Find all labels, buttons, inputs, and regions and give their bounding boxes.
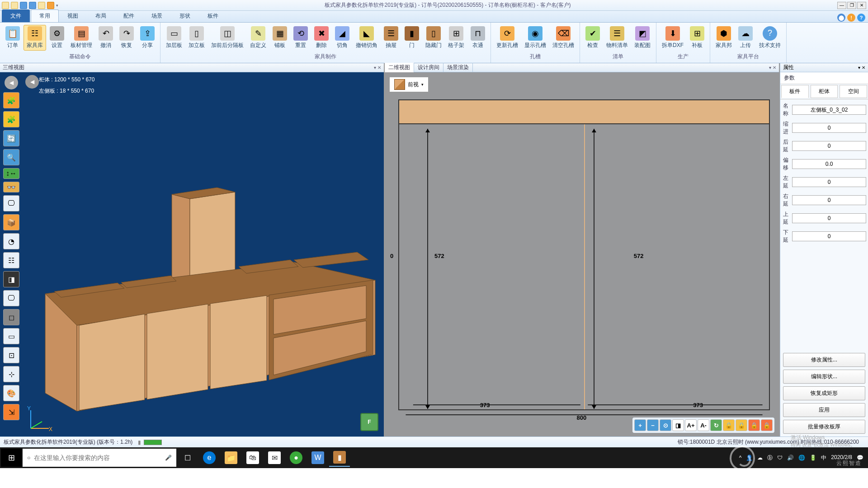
- nav-left-icon[interactable]: ◀: [5, 76, 18, 89]
- props-tab-space[interactable]: 空间: [840, 85, 867, 98]
- btn-delete[interactable]: ✖删除: [311, 25, 331, 50]
- tool-puzzle2-icon[interactable]: 🧩: [3, 111, 19, 127]
- input-right[interactable]: [792, 195, 866, 205]
- btn-drawer[interactable]: ☰抽屉: [381, 25, 401, 50]
- tool-search-icon[interactable]: 🔍: [3, 149, 19, 165]
- tray-bluetooth-icon[interactable]: ⓑ: [767, 454, 773, 462]
- tool-boxes-icon[interactable]: 📦: [3, 214, 19, 230]
- qat-saveas-icon[interactable]: [29, 2, 36, 9]
- btn-tile[interactable]: ▦铺板: [270, 25, 290, 50]
- tray-up-icon[interactable]: ^: [739, 455, 742, 461]
- btn-undo-cut[interactable]: ◣撤销切角: [353, 25, 380, 50]
- lock4-button[interactable]: 🔒: [761, 419, 773, 431]
- btn-order[interactable]: 📋订单: [3, 25, 23, 50]
- canvas-2d[interactable]: 0 572 572 373 373 800: [398, 99, 770, 418]
- style-icon[interactable]: ⬤: [837, 14, 845, 22]
- tool-glasses-icon[interactable]: 👓: [3, 182, 19, 192]
- tool-export-icon[interactable]: ⇲: [3, 404, 19, 420]
- taskbar-mail[interactable]: ✉: [264, 449, 285, 467]
- view-3d-body[interactable]: ◀ 🧩 🧩 🔄 🔍 ↕↔ 👓 🖵 📦 ◔ ☷ ◨ 🖵 ◻ ▭ ⊡ ⊹ 🎨 ⇲: [0, 72, 384, 436]
- btn-hide-door[interactable]: ▯隐藏门: [423, 25, 444, 50]
- input-left[interactable]: [792, 177, 866, 187]
- btn-batch-thickness[interactable]: 批量修改板厚: [783, 420, 865, 434]
- input-offset[interactable]: [792, 159, 866, 169]
- btn-custom[interactable]: ✎自定义: [247, 25, 269, 50]
- btn-update-holes[interactable]: ⟳更新孔槽: [494, 25, 521, 50]
- tray-notifications-icon[interactable]: 💬: [857, 455, 863, 461]
- font-smaller-button[interactable]: A-: [698, 419, 709, 431]
- btn-upload[interactable]: ☁上传: [736, 25, 755, 50]
- tray-people-icon[interactable]: 👤: [746, 455, 753, 461]
- tab-board[interactable]: 板件: [199, 9, 227, 22]
- btn-apply[interactable]: 应用: [783, 403, 865, 417]
- mic-icon[interactable]: 🎤: [165, 455, 172, 461]
- btn-reset[interactable]: ⟲重置: [291, 25, 311, 50]
- lock1-button[interactable]: 🔒: [723, 419, 735, 431]
- search-input[interactable]: [34, 454, 161, 461]
- tool-arrows-icon[interactable]: ↕↔: [3, 168, 19, 179]
- view-3d-canvas[interactable]: ◀ 柜体 : 1200 * 550 * 670 左侧板 : 18 * 550 *…: [23, 72, 384, 436]
- refresh-2d-button[interactable]: ↻: [710, 419, 722, 431]
- input-name[interactable]: [792, 105, 866, 115]
- taskbar-store[interactable]: 🛍: [242, 449, 263, 467]
- tool-color-icon[interactable]: 🎨: [3, 385, 19, 401]
- btn-undo[interactable]: ↶撤消: [96, 25, 116, 50]
- tab-2d-view[interactable]: 二维视图: [385, 63, 414, 72]
- minimize-button[interactable]: —: [837, 2, 846, 9]
- btn-show-holes[interactable]: ◉显示孔槽: [522, 25, 549, 50]
- tool-cube-icon[interactable]: ◻: [3, 309, 19, 325]
- tray-battery-icon[interactable]: 🔋: [810, 455, 816, 461]
- maximize-button[interactable]: ❐: [847, 2, 856, 9]
- btn-clear-holes[interactable]: ⌫清空孔槽: [550, 25, 577, 50]
- taskbar-search[interactable]: ○ 🎤: [23, 449, 176, 467]
- view-cube-icon[interactable]: F: [360, 413, 378, 431]
- btn-edit-shape[interactable]: 编辑形状...: [783, 370, 865, 384]
- tray-clock[interactable]: 2020/2/8: [831, 454, 852, 461]
- btn-add-shelf[interactable]: ▭加层板: [163, 25, 185, 50]
- tool-bw-icon[interactable]: ◨: [3, 271, 19, 287]
- btn-share[interactable]: ⇪分享: [137, 25, 157, 50]
- tray-onedrive-icon[interactable]: ☁: [757, 455, 763, 461]
- btn-patch[interactable]: ⊞补板: [687, 25, 707, 50]
- lock3-button[interactable]: 🔒: [748, 419, 760, 431]
- info-icon[interactable]: !: [847, 14, 855, 22]
- btn-add-vertical[interactable]: ▯加立板: [186, 25, 208, 50]
- zoom-in-button[interactable]: +: [634, 419, 646, 431]
- btn-furniture-lib[interactable]: ☷家具库: [24, 25, 46, 51]
- btn-support[interactable]: ?技术支持: [756, 25, 783, 50]
- tool-refresh-icon[interactable]: 🔄: [3, 130, 19, 146]
- font-larger-button[interactable]: A+: [685, 419, 697, 431]
- tab-scene-render[interactable]: 场景渲染: [443, 63, 473, 72]
- btn-cut-corner[interactable]: ◢切角: [332, 25, 352, 50]
- btn-redo[interactable]: ↷恢复: [117, 25, 137, 50]
- tray-ime-icon[interactable]: 中: [821, 454, 826, 462]
- tool-sheet-icon[interactable]: ▭: [3, 328, 19, 344]
- props-tab-cabinet[interactable]: 柜体: [811, 85, 838, 98]
- zoom-fit-button[interactable]: ⊙: [660, 419, 671, 431]
- close-button[interactable]: ✕: [857, 2, 866, 9]
- btn-bom[interactable]: ☰物料清单: [604, 25, 631, 50]
- input-up[interactable]: [792, 213, 866, 223]
- zoom-out-button[interactable]: −: [647, 419, 659, 431]
- qat-export-icon[interactable]: [47, 2, 54, 9]
- tray-defender-icon[interactable]: 🛡: [777, 455, 783, 461]
- qat-doc-icon[interactable]: [38, 2, 45, 9]
- btn-check[interactable]: ✔检查: [583, 25, 603, 50]
- taskbar-edge[interactable]: e: [199, 449, 220, 467]
- tab-common[interactable]: 常用: [31, 9, 59, 22]
- view-iso-button[interactable]: ◨: [672, 419, 684, 431]
- tool-window-icon[interactable]: 🖵: [3, 195, 19, 211]
- lock2-button[interactable]: 🔒: [736, 419, 747, 431]
- tab-view[interactable]: 视图: [59, 9, 87, 22]
- nav-back-icon[interactable]: ◀: [25, 75, 39, 89]
- tray-network-icon[interactable]: 🌐: [798, 455, 805, 461]
- tray-volume-icon[interactable]: 🔊: [787, 455, 794, 461]
- qat-new-icon[interactable]: [2, 2, 9, 9]
- props-menu-icon[interactable]: ▾ ✕: [858, 65, 865, 70]
- help-icon[interactable]: ?: [857, 14, 865, 22]
- tool-screen-icon[interactable]: 🖵: [3, 290, 19, 306]
- task-view-button[interactable]: ☐: [177, 449, 198, 467]
- qat-open-icon[interactable]: [11, 2, 18, 9]
- btn-dxf[interactable]: ⬇拆单DXF: [659, 25, 686, 50]
- tool-puzzle1-icon[interactable]: 🧩: [3, 92, 19, 108]
